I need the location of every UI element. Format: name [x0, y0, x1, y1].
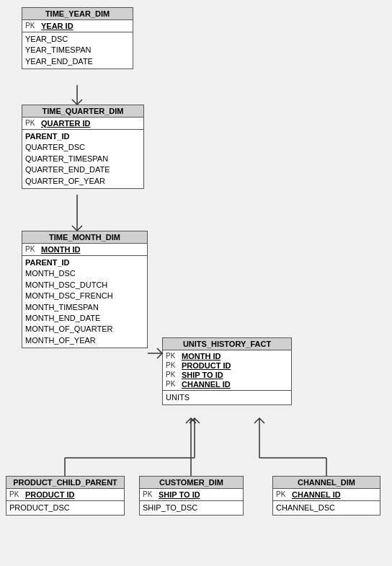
field-year-timespan: YEAR_TIMESPAN	[25, 45, 130, 56]
table-title-time-year-dim: TIME_YEAR_DIM	[22, 8, 133, 20]
table-channel-dim: CHANNEL_DIM PK CHANNEL ID CHANNEL_DSC	[272, 476, 380, 516]
field-parent-id: PARENT_ID	[25, 131, 141, 142]
field-channel-dsc: CHANNEL_DSC	[276, 503, 377, 513]
pk-label: PK	[166, 352, 179, 360]
field-month-of-quarter: MONTH_OF_QUARTER	[25, 324, 144, 335]
field-month-end-date: MONTH_END_DATE	[25, 313, 144, 324]
table-title-customer-dim: CUSTOMER_DIM	[140, 477, 243, 489]
field-ship-to-dsc: SHIP_TO_DSC	[143, 503, 240, 513]
field-quarter-timespan: QUARTER_TIMESPAN	[25, 154, 141, 164]
pk-label: PK	[166, 371, 179, 379]
field-product-dsc: PRODUCT_DSC	[9, 503, 121, 513]
field-parent-id-month: PARENT_ID	[25, 257, 144, 268]
field-channel-id: CHANNEL ID	[292, 490, 341, 499]
pk-label: PK	[166, 361, 179, 369]
field-uhf-month-id: MONTH ID	[182, 352, 220, 361]
table-title-channel-dim: CHANNEL_DIM	[273, 477, 380, 489]
field-uhf-product-id: PRODUCT ID	[182, 361, 231, 370]
field-month-of-year: MONTH_OF_YEAR	[25, 335, 144, 346]
field-year-dsc: YEAR_DSC	[25, 34, 130, 45]
table-title-product-child-parent: PRODUCT_CHILD_PARENT	[6, 477, 124, 489]
pk-label: PK	[25, 245, 38, 253]
table-title-time-month-dim: TIME_MONTH_DIM	[22, 231, 147, 244]
field-month-dsc-dutch: MONTH_DSC_DUTCH	[25, 280, 144, 291]
field-month-dsc-french: MONTH_DSC_FRENCH	[25, 291, 144, 301]
field-product-id: PRODUCT ID	[25, 490, 74, 499]
pk-label: PK	[166, 380, 179, 388]
field-quarter-end-date: QUARTER_END_DATE	[25, 164, 141, 175]
table-title-time-quarter-dim: TIME_QUARTER_DIM	[22, 105, 143, 118]
field-ship-to-id: SHIP TO ID	[159, 490, 200, 499]
pk-label: PK	[276, 490, 289, 498]
field-year-end-date: YEAR_END_DATE	[25, 56, 130, 67]
table-time-year-dim: TIME_YEAR_DIM PK YEAR ID YEAR_DSC YEAR_T…	[22, 7, 133, 69]
field-month-dsc: MONTH_DSC	[25, 268, 144, 279]
table-units-history-fact: UNITS_HISTORY_FACT PK MONTH ID PK PRODUC…	[162, 337, 292, 405]
pk-label: PK	[25, 22, 38, 30]
field-units: UNITS	[166, 392, 288, 403]
field-quarter-id: QUARTER ID	[41, 119, 90, 128]
field-month-timespan: MONTH_TIMESPAN	[25, 302, 144, 313]
pk-label: PK	[143, 490, 156, 498]
field-uhf-channel-id: CHANNEL ID	[182, 380, 231, 389]
field-year-id: YEAR ID	[41, 22, 74, 30]
field-quarter-of-year: QUARTER_OF_YEAR	[25, 176, 141, 187]
pk-label: PK	[9, 490, 22, 498]
table-product-child-parent: PRODUCT_CHILD_PARENT PK PRODUCT ID PRODU…	[6, 476, 125, 516]
pk-label: PK	[25, 119, 38, 127]
field-quarter-dsc: QUARTER_DSC	[25, 142, 141, 153]
table-time-quarter-dim: TIME_QUARTER_DIM PK QUARTER ID PARENT_ID…	[22, 105, 144, 189]
table-customer-dim: CUSTOMER_DIM PK SHIP TO ID SHIP_TO_DSC	[139, 476, 244, 516]
field-month-id: MONTH ID	[41, 245, 80, 254]
field-uhf-ship-to-id: SHIP TO ID	[182, 371, 223, 379]
table-time-month-dim: TIME_MONTH_DIM PK MONTH ID PARENT_ID MON…	[22, 231, 148, 348]
table-title-units-history-fact: UNITS_HISTORY_FACT	[163, 338, 291, 350]
diagram-container: TIME_YEAR_DIM PK YEAR ID YEAR_DSC YEAR_T…	[0, 0, 392, 566]
